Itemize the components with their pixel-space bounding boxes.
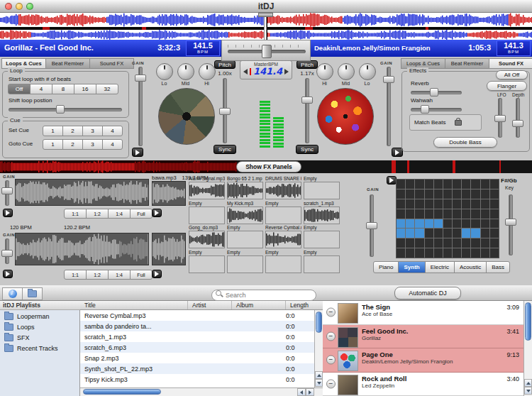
key-cell-r4c2[interactable]	[415, 219, 423, 229]
sidebar-item-sfx[interactable]: SFX	[0, 332, 80, 343]
playlist-scroll-up-button[interactable]	[524, 379, 532, 387]
key-cell-r6c4[interactable]	[434, 238, 443, 248]
key-cell-r0c1[interactable]	[406, 180, 414, 189]
playlist-row-feel-good-inc[interactable]: −Feel Good Inc.Gorillaz3:41	[323, 325, 523, 349]
key-cell-r6c6[interactable]	[453, 238, 461, 248]
key-cell-r5c8[interactable]	[471, 229, 480, 238]
sample-pad-empty[interactable]: Empty	[227, 250, 263, 273]
player2-mode-full[interactable]: Full	[130, 270, 153, 280]
deck-left-sync-button[interactable]: Sync	[214, 145, 236, 154]
sample-pad-empty[interactable]: Empty	[189, 201, 225, 224]
key-cell-r1c1[interactable]	[406, 189, 414, 199]
library-hscroll-thumb[interactable]	[83, 389, 161, 395]
key-cell-r7c6[interactable]	[453, 248, 461, 258]
column-header-length[interactable]: Length	[286, 301, 323, 309]
key-cell-r3c7[interactable]	[462, 209, 470, 219]
key-cell-r1c0[interactable]	[397, 189, 405, 199]
deck-right-pitch-thumb[interactable]	[301, 97, 313, 104]
key-cell-r0c8[interactable]	[471, 180, 480, 189]
sidebar-item-recent-tracks[interactable]: Recent Tracks	[0, 343, 80, 353]
deck-right-pitch-slider[interactable]	[300, 78, 314, 143]
pads-gain-thumb[interactable]	[366, 222, 377, 229]
key-cell-r6c10[interactable]	[490, 238, 499, 248]
key-cell-r2c10[interactable]	[490, 199, 499, 209]
key-cell-r7c5[interactable]	[443, 248, 452, 258]
library-row-snap-2-mp3[interactable]: Snap 2.mp30:0	[80, 353, 314, 363]
library-row-reverse-cymbal-mp3[interactable]: Reverse Cymbal.mp30:0	[80, 310, 314, 321]
key-cell-r4c3[interactable]	[425, 219, 433, 229]
key-cell-r3c10[interactable]	[490, 209, 499, 219]
lfo-slider[interactable]	[495, 98, 505, 138]
instrument-tab-bass[interactable]: Bass	[486, 261, 510, 273]
key-cell-r7c0[interactable]	[397, 248, 405, 258]
library-scroll-left-button[interactable]	[297, 388, 306, 396]
key-cell-r7c9[interactable]	[481, 248, 489, 258]
wahwah-slider[interactable]	[411, 104, 462, 113]
search-input[interactable]	[211, 290, 316, 301]
remove-track-button[interactable]: −	[326, 331, 336, 341]
player2-gain-slider[interactable]	[1, 238, 13, 264]
library-hscrollbar[interactable]	[80, 387, 323, 396]
key-cell-r6c7[interactable]	[462, 238, 470, 248]
key-cell-r0c4[interactable]	[434, 180, 443, 189]
set-cue-3[interactable]: 3	[82, 126, 103, 136]
deck-left-play-button[interactable]	[132, 148, 143, 157]
deck-left-pitch-thumb[interactable]	[219, 108, 231, 115]
sample-pad-gong-do-mp3[interactable]: Gong_do.mp3	[189, 225, 225, 248]
key-cell-r0c3[interactable]	[425, 180, 433, 189]
player1-mode-1-4[interactable]: 1:4	[108, 209, 131, 219]
key-cell-r0c10[interactable]	[490, 180, 499, 189]
key-cell-r1c9[interactable]	[481, 189, 489, 199]
key-cell-r4c6[interactable]	[453, 219, 461, 229]
pads-gain-slider[interactable]	[366, 194, 377, 257]
eq-knob-lo-right[interactable]	[359, 63, 376, 80]
depth-slider-thumb[interactable]	[512, 120, 523, 127]
player1-waveform[interactable]	[15, 179, 149, 206]
goto-cue-4[interactable]: 4	[102, 139, 123, 150]
wahwah-slider-thumb[interactable]	[421, 105, 429, 114]
sample-pad-drums-snare-hi[interactable]: DRUMS SNARE HI.	[265, 176, 301, 199]
player4-waveform[interactable]	[152, 233, 186, 265]
key-cell-r5c2[interactable]	[415, 229, 423, 238]
key-cell-r1c7[interactable]	[462, 189, 470, 199]
deck-right-gain-slider[interactable]	[383, 67, 394, 146]
loop-beats-4[interactable]: 4	[30, 84, 52, 94]
key-cell-r4c1[interactable]	[406, 219, 414, 229]
deck-left-gain-thumb[interactable]	[135, 75, 146, 82]
playlist-row-page-one[interactable]: −Page OneDeakin/Lemon Jelly/Simon Frangi…	[323, 348, 523, 373]
automatic-dj-button[interactable]: Automatic DJ	[394, 287, 461, 299]
eq-knob-lo-left[interactable]	[156, 63, 173, 80]
player2-mode-1-1[interactable]: 1:1	[64, 270, 87, 280]
reverb-slider-thumb[interactable]	[430, 88, 438, 97]
key-cell-r5c3[interactable]	[425, 229, 433, 238]
depth-slider[interactable]	[513, 98, 523, 138]
loop-beats-off[interactable]: Off	[8, 84, 31, 94]
library-scroll-right-button[interactable]	[306, 388, 314, 396]
key-cell-r5c10[interactable]	[490, 229, 499, 238]
deck-right-waveform-top[interactable]	[267, 13, 532, 27]
eq-knob-mid-left[interactable]	[177, 63, 194, 80]
instrument-tab-acoustic[interactable]: Acoustic	[454, 261, 487, 273]
key-cell-r6c3[interactable]	[425, 238, 433, 248]
key-cell-r5c1[interactable]	[406, 229, 414, 238]
key-cell-r7c1[interactable]	[406, 248, 414, 258]
library-vscroll-thumb[interactable]	[316, 312, 322, 333]
key-cell-r3c4[interactable]	[434, 209, 443, 219]
key-cell-r0c0[interactable]	[397, 180, 405, 189]
key-cell-r2c9[interactable]	[481, 199, 489, 209]
player3-waveform[interactable]	[152, 181, 186, 206]
sample-pad-my-kick-mp3[interactable]: My Kick.mp3	[227, 201, 263, 224]
deck-right-zoom-waveform[interactable]	[301, 160, 532, 173]
key-cell-r6c5[interactable]	[443, 238, 452, 248]
key-cell-r2c6[interactable]	[453, 199, 461, 209]
sample-pad-empty[interactable]: Empty	[304, 225, 340, 248]
eq-knob-mid-right[interactable]	[338, 63, 355, 80]
key-cell-r7c7[interactable]	[462, 248, 470, 258]
show-fx-panels-button[interactable]: Show FX Panels	[236, 161, 301, 172]
deck-right-waveform-bottom[interactable]	[267, 30, 532, 40]
library-row-scratch-1-mp3[interactable]: scratch_1.mp30:0	[80, 331, 314, 342]
deck-left-tab-beat-remixer[interactable]: Beat Remixer	[46, 58, 90, 69]
key-cell-r0c5[interactable]	[443, 180, 452, 189]
set-cue-2[interactable]: 2	[62, 126, 83, 136]
deck-right-gain-thumb[interactable]	[383, 76, 394, 83]
